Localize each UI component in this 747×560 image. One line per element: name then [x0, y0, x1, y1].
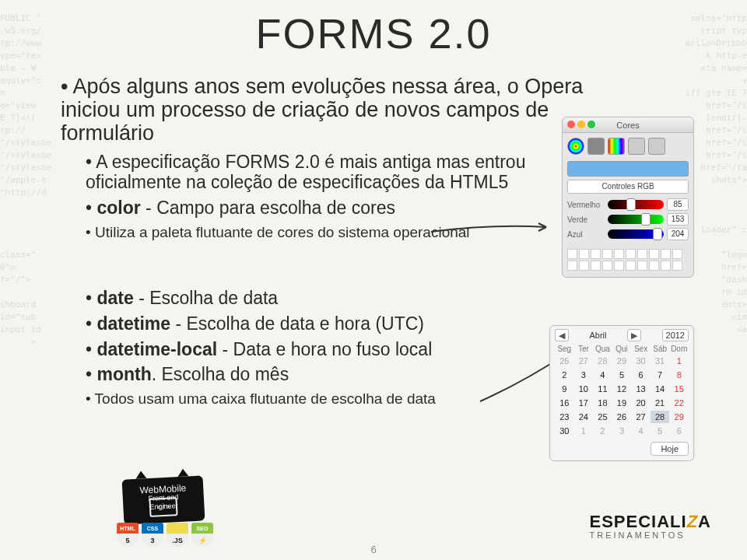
traffic-light-dots [567, 121, 595, 128]
js-shield: .JS [167, 523, 188, 548]
company-logo: ESPECIALIZA TREINAMENTOS [590, 512, 711, 540]
color-mode-select[interactable]: Controles RGB [567, 180, 689, 194]
arrow-to-color-panel [430, 222, 554, 235]
bullet-main: Após alguns anos sem evoluções nessa áre… [61, 75, 591, 145]
today-button[interactable]: Hoje [651, 442, 689, 456]
slider-green[interactable]: Verde 153 [567, 213, 689, 226]
month-label: Abril [590, 331, 607, 340]
color-panel-title: Cores [616, 121, 639, 130]
prev-month-button[interactable]: ◀ [555, 329, 569, 341]
color-mode-tabs [563, 133, 693, 159]
slider-blue[interactable]: Azul 204 [567, 228, 689, 240]
bullet-spec: A especificação FORMS 2.0 é mais antiga … [86, 152, 591, 193]
slider-red[interactable]: Vermelho 85 [567, 198, 689, 211]
color-presets [563, 246, 693, 277]
page-number: 6 [0, 544, 747, 555]
date-picker-panel: ◀ Abril ▶ 2012 SegTerQuaQuiSexSábDom 262… [549, 325, 694, 461]
html5-shield: HTML5 [117, 523, 139, 548]
seo-shield: SEO⚡ [191, 523, 213, 548]
bullet-date: date - Escolha de data [86, 288, 591, 309]
color-panel-titlebar: Cores [563, 117, 693, 133]
color-preview [567, 161, 689, 177]
day-of-week-header: SegTerQuaQuiSexSábDom [550, 345, 693, 355]
course-badge: WebMobileFront-endEngineer </> HTML5 CSS… [117, 478, 210, 548]
bullet-datetime: datetime - Escolha de data e hora (UTC) [86, 313, 591, 334]
color-picker-panel: Cores Controles RGB Vermelho 85 Verde 15… [562, 117, 694, 278]
css3-shield: CSS3 [142, 523, 163, 548]
bullet-color: color - Campo para escolha de cores [86, 198, 591, 219]
next-month-button[interactable]: ▶ [627, 329, 641, 341]
year-stepper[interactable]: 2012 [662, 329, 689, 341]
slide-title: FORMS 2.0 [0, 9, 747, 58]
calendar-grid[interactable]: 2627282930311 2345678 9101112131415 1617… [550, 355, 693, 437]
